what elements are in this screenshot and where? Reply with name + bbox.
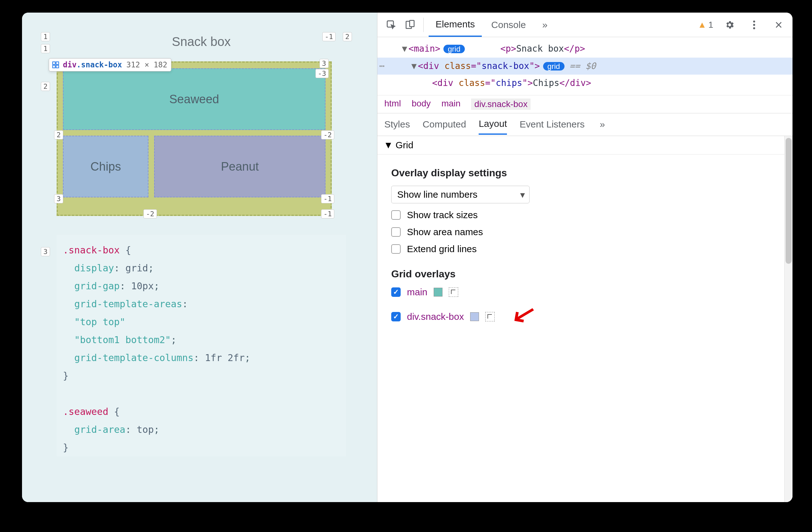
devtools-toolbar: Elements Console » ▲ 1 bbox=[377, 13, 793, 37]
grid-line-label: 2 bbox=[41, 82, 50, 91]
grid-line-label: 3 bbox=[54, 194, 63, 204]
show-area-names-row[interactable]: Show area names bbox=[391, 227, 779, 237]
svg-rect-2 bbox=[53, 65, 55, 68]
inspected-page-preview: 1 -1 2 1 2 3 Snack box 1 2 -3 3 2 -2 3 -… bbox=[22, 13, 377, 502]
warnings-badge[interactable]: ▲ 1 bbox=[698, 20, 713, 30]
crumb-main[interactable]: main bbox=[441, 99, 461, 110]
svg-rect-6 bbox=[410, 20, 414, 26]
vertical-scrollbar[interactable] bbox=[784, 136, 793, 502]
styles-subtabs: Styles Computed Layout Event Listeners » bbox=[377, 113, 793, 136]
devtools-window: 1 -1 2 1 2 3 Snack box 1 2 -3 3 2 -2 3 -… bbox=[22, 13, 793, 502]
code-snippet: .snack-box { display: grid; grid-gap: 10… bbox=[57, 235, 346, 457]
element-tooltip: div.snack-box 312 × 182 bbox=[49, 58, 171, 71]
tab-layout[interactable]: Layout bbox=[479, 114, 507, 135]
svg-point-9 bbox=[753, 27, 755, 29]
grid-icon bbox=[52, 61, 59, 68]
dom-selected-row[interactable]: ▼<div class="snack-box">grid== $0 bbox=[377, 58, 793, 75]
grid-cell-peanut: Peanut bbox=[154, 136, 325, 197]
extend-grid-lines-row[interactable]: Extend grid lines bbox=[391, 244, 779, 254]
overlay-label-snack-box[interactable]: div.snack-box bbox=[407, 311, 464, 322]
show-track-sizes-row[interactable]: Show track sizes bbox=[391, 210, 779, 220]
device-toggle-button[interactable] bbox=[402, 17, 418, 33]
grid-line-label: 3 bbox=[320, 59, 329, 68]
grid-line-label: -1 bbox=[321, 209, 335, 219]
overlay-settings-title: Overlay display settings bbox=[391, 167, 779, 179]
breadcrumb[interactable]: html body main div.snack-box bbox=[377, 95, 793, 113]
kebab-menu-button[interactable] bbox=[746, 17, 762, 33]
crumb-selected[interactable]: div.snack-box bbox=[471, 99, 531, 110]
tooltip-dimensions: 312 × 182 bbox=[127, 60, 167, 69]
overlay-label-main[interactable]: main bbox=[407, 287, 427, 297]
svg-rect-0 bbox=[53, 62, 55, 64]
crumb-html[interactable]: html bbox=[384, 99, 401, 110]
checkbox-extend-lines[interactable] bbox=[391, 244, 401, 254]
svg-rect-3 bbox=[56, 65, 58, 68]
annotation-arrow bbox=[513, 303, 535, 330]
grid-cell-seaweed: Seaweed bbox=[63, 68, 325, 130]
settings-button[interactable] bbox=[722, 17, 738, 33]
checkbox-track-sizes[interactable] bbox=[391, 210, 401, 220]
dom-tree[interactable]: ▼<main>grid <p>Snack box</p> ▼<div class… bbox=[377, 37, 793, 95]
grid-line-label: -2 bbox=[143, 209, 157, 219]
grid-line-label: -2 bbox=[321, 130, 335, 139]
color-swatch-main[interactable] bbox=[434, 288, 443, 296]
highlight-element-button[interactable] bbox=[485, 312, 495, 321]
snack-box-grid: 1 2 -3 3 2 -2 3 -2 -1 -1 Seaweed Chips P… bbox=[57, 61, 332, 216]
grid-badge[interactable]: grid bbox=[543, 62, 565, 71]
tabs-overflow[interactable]: » bbox=[535, 13, 554, 37]
tab-computed[interactable]: Computed bbox=[423, 115, 466, 134]
highlight-element-button[interactable] bbox=[449, 288, 458, 297]
overlay-row-main: main bbox=[391, 287, 779, 297]
grid-section-header[interactable]: ▼ Grid bbox=[377, 136, 793, 155]
grid-overlays-title: Grid overlays bbox=[391, 268, 779, 280]
checkbox-area-names[interactable] bbox=[391, 227, 401, 237]
svg-point-7 bbox=[753, 20, 755, 22]
grid-line-label: -1 bbox=[321, 194, 335, 204]
tab-console[interactable]: Console bbox=[484, 13, 533, 37]
color-swatch-snack-box[interactable] bbox=[470, 312, 479, 321]
devtools-panel: Elements Console » ▲ 1 ▼<ma bbox=[377, 13, 793, 502]
overlay-row-snack-box: div.snack-box bbox=[391, 303, 779, 330]
inspect-element-button[interactable] bbox=[383, 17, 400, 33]
checkbox-overlay-snack-box[interactable] bbox=[391, 312, 401, 321]
checkbox-overlay-main[interactable] bbox=[391, 288, 401, 297]
warning-icon: ▲ bbox=[698, 20, 707, 30]
tab-event-listeners[interactable]: Event Listeners bbox=[520, 115, 585, 134]
grid-line-label: 1 bbox=[41, 32, 50, 41]
svg-rect-1 bbox=[56, 62, 58, 64]
grid-line-label: 3 bbox=[41, 247, 50, 256]
page-title: Snack box bbox=[57, 34, 346, 49]
grid-line-label: 2 bbox=[54, 130, 63, 139]
tab-elements[interactable]: Elements bbox=[429, 13, 482, 37]
disclosure-triangle-icon: ▼ bbox=[384, 140, 393, 151]
grid-line-label: -3 bbox=[316, 69, 329, 78]
grid-line-label: 1 bbox=[41, 44, 50, 53]
grid-cell-chips: Chips bbox=[63, 136, 148, 197]
tab-styles[interactable]: Styles bbox=[384, 115, 410, 134]
grid-badge[interactable]: grid bbox=[444, 45, 465, 53]
subtabs-overflow[interactable]: » bbox=[600, 115, 605, 134]
svg-point-8 bbox=[753, 24, 755, 26]
close-button[interactable] bbox=[770, 17, 787, 33]
crumb-body[interactable]: body bbox=[412, 99, 431, 110]
layout-pane: ▼ Grid Overlay display settings Show lin… bbox=[377, 136, 793, 502]
line-numbers-select[interactable]: Show line numbers bbox=[391, 186, 530, 204]
